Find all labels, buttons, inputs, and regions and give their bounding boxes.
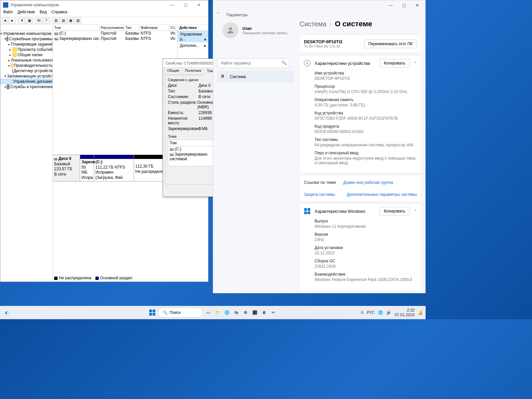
device-manufacturer: To Be Filled By O.E.M. [304,44,342,48]
partition-c[interactable]: (C:) 111,22 ГБ NTFS Исправен (Загрузка, … [94,155,134,181]
info-icon: i [304,60,311,66]
tab-general[interactable]: Общие [164,67,182,75]
tree-devmgr[interactable]: Диспетчер устройств [14,68,53,73]
tray-lang[interactable]: РУС [367,310,375,315]
explorer-icon[interactable]: 📁 [213,309,221,317]
tree-util[interactable]: Служебные программы [9,37,53,41]
list-row[interactable]: 🖴 (C:) Простой Базовый NTFS Ис [53,31,178,36]
expand-icon[interactable]: ▸ [8,42,10,47]
expand-icon[interactable]: ▸ [4,84,7,89]
view-button-4[interactable]: ▧ [74,17,81,24]
maximize-button[interactable]: ▢ [397,1,411,10]
tree-storage[interactable]: Запоминающие устройства [7,74,53,78]
expand-icon[interactable]: ▾ [0,31,2,36]
copy-button[interactable]: Копировать [379,207,410,215]
col-type[interactable]: Тип [124,25,139,31]
expand-icon[interactable]: ▸ [8,53,12,57]
close-button[interactable]: ✕ [192,1,205,9]
volume-list[interactable]: Том Расположение Тип Файловая система Сс… [53,25,178,155]
taskbar[interactable]: ◐ 🔍 Поиск ▭ 📁 🌐 🛍 ⚙ ⬛ 🖥 ✂ ᐱ РУС 🌐 🔊 2:32… [0,306,426,319]
col-fs[interactable]: Файловая система [139,25,169,31]
tree-events[interactable]: Просмотр событий [18,47,53,52]
taskbar-search[interactable]: 🔍 Поиск [158,308,203,318]
cm-titlebar[interactable]: Управление компьютером — ▢ ✕ [0,0,208,10]
search-field[interactable] [221,59,280,68]
minimize-button[interactable]: — [384,1,397,10]
snip-icon[interactable]: ✂ [269,309,277,317]
tree-users[interactable]: Локальные пользователи [11,58,53,63]
expand-icon[interactable]: ▾ [4,74,6,78]
user-block[interactable]: User Локальная учетная запись [217,19,294,42]
settings-content[interactable]: DESKTOP-9P10TI2 To Be Filled By O.E.M. П… [299,34,422,290]
col-status[interactable]: Сс [169,25,176,31]
windows-specs-header[interactable]: Характеристики Windows Копировать ⌄ [299,203,422,219]
tree-diskmgmt-selected[interactable]: Управление дисками [0,79,53,84]
up-button[interactable]: ⬆ [19,17,25,24]
minimize-button[interactable]: — [166,1,179,9]
refresh-button[interactable]: 🗘 [36,17,42,24]
edge-icon-left[interactable]: ◐ [3,309,11,317]
task-view-icon[interactable]: ▭ [204,309,212,317]
tab-policy[interactable]: Политика [182,67,204,75]
tray-network-icon[interactable]: 🌐 [378,310,383,315]
tray-clock[interactable]: 2:32 07.01.2024 [395,308,415,318]
store-icon[interactable]: 🛍 [232,309,240,317]
compmgmt-taskbar-icon[interactable]: 🖥 [260,309,268,317]
tree-root[interactable]: Управление компьютером (л [3,31,53,36]
help-button[interactable]: ? [43,17,50,24]
props-button[interactable]: ▦ [26,17,33,24]
tray-notifications-icon[interactable]: 🔔 [418,310,423,315]
device-specs-section: i Характеристики устройства Копировать ⌄… [299,55,422,174]
edge-icon[interactable]: 🌐 [223,309,231,317]
tree-folders[interactable]: Общие папки [18,53,42,57]
view-button-1[interactable]: ▥ [53,17,59,24]
col-volume[interactable]: Том [53,25,99,31]
cm-toolbar: ◄ ► ⬆ ▦ 🗘 ? ▥ ▤ ▦ ▧ [0,16,208,25]
cm-tree-pane[interactable]: ▾Управление компьютером (л ▾Служебные пр… [0,25,53,282]
actions-item-diskmgmt[interactable]: Управление д... ▴ [178,31,208,42]
close-button[interactable]: ✕ [411,1,424,10]
sidebar-item-system[interactable]: 🖥 Система [217,71,294,83]
menu-file[interactable]: Файл [3,10,13,16]
settings-titlebar[interactable]: — ▢ ✕ [213,0,425,10]
cm-app-icon [3,2,8,8]
chevron-up-icon: ⌄ [414,61,417,66]
user-name: User [242,26,288,31]
settings-icon[interactable]: ⚙ [241,309,249,317]
tray-chevron-icon[interactable]: ᐱ [361,310,363,315]
expand-icon[interactable]: ▸ [8,58,10,63]
menu-action[interactable]: Действие [18,10,35,16]
list-header: Том Расположение Тип Файловая система Сс [53,25,178,31]
tree-sched[interactable]: Планировщик заданий [11,42,53,47]
start-button[interactable] [148,309,156,317]
menu-help[interactable]: Справка [52,10,67,16]
copy-button[interactable]: Копировать [379,59,410,67]
breadcrumb-system[interactable]: Система [300,20,327,28]
view-button-2[interactable]: ▤ [60,17,66,24]
expand-icon[interactable]: ▸ [8,47,12,52]
tree-perf[interactable]: Производительность [14,63,53,68]
person-icon [226,26,235,35]
related-links: Ссылки по теме Домен или рабочая группа … [299,175,422,202]
back-button[interactable]: ◄ [2,17,8,24]
maximize-button[interactable]: ▢ [179,1,192,9]
actions-item-more[interactable]: Дополни... ▸ [178,42,208,49]
app-icon-1[interactable]: ⬛ [251,309,259,317]
forward-button[interactable]: ► [9,17,16,24]
link-domain[interactable]: Домен или рабочая группа [343,180,393,185]
tree-services[interactable]: Службы и приложения [10,84,53,89]
tree-header [0,25,53,31]
rename-pc-button[interactable]: Переименовать этот ПК [364,40,417,48]
back-button[interactable]: ← [216,10,223,17]
col-layout[interactable]: Расположение [99,25,124,31]
view-button-3[interactable]: ▦ [67,17,74,24]
link-protection[interactable]: Защита системы [304,192,335,197]
tray-volume-icon[interactable]: 🔊 [386,310,391,315]
list-row[interactable]: 🖴 Зарезервировано системой Простой Базов… [53,36,178,42]
search-input[interactable]: 🔍 [217,58,290,68]
expand-icon[interactable]: ▸ [8,63,11,68]
partition-reserved[interactable]: Зарезе 50 МБ Испра [80,155,94,181]
link-advanced[interactable]: Дополнительные параметры системы [347,192,417,197]
menu-view[interactable]: Вид [40,10,47,16]
device-specs-header[interactable]: i Характеристики устройства Копировать ⌄ [299,56,422,71]
